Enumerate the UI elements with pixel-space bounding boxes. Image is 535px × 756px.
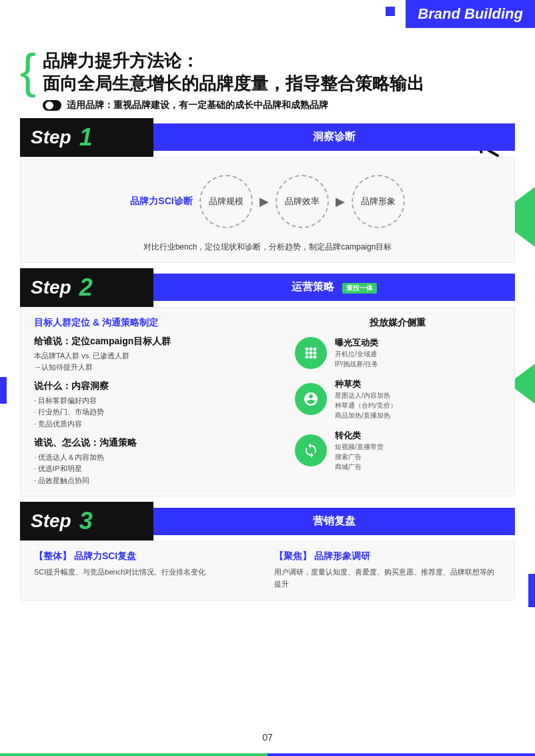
step3-col1-label1: 【整体】	[34, 550, 71, 561]
brand-tag: Brand Building	[406, 0, 535, 28]
step3-col2-title: 【聚焦】 品牌形象调研	[274, 550, 501, 562]
title-main: 品牌力提升方法论：	[43, 50, 424, 73]
step3-section: Step 3 营销复盘 【整体】 品牌力SCI复盘 SCI提升幅度、与竞品ben…	[20, 502, 515, 600]
sci-node-3: 品牌形象	[352, 175, 405, 228]
svg-point-2	[313, 347, 316, 350]
media-info-2: 转化类 短视频/直播带货 搜索广告 商城广告	[335, 430, 384, 472]
bottom-deco-line	[0, 753, 535, 756]
step2-sub-text-0: 本品牌TA人群 vs. 已渗透人群 →认知待提升人群	[34, 350, 282, 374]
step3-col1-desc: SCI提升幅度、与竞品bench对比情况、行业排名变化	[34, 566, 261, 579]
item-1-2: · 竞品优质内容	[34, 418, 282, 430]
subtitle-text: 适用品牌：重视品牌建设，有一定基础的成长中品牌和成熟品牌	[67, 99, 328, 111]
step3-content: 【整体】 品牌力SCI复盘 SCI提升幅度、与竞品bench对比情况、行业排名变…	[20, 540, 515, 600]
item-1-1: · 行业热门、市场趋势	[34, 406, 282, 418]
step3-inner: 【整体】 品牌力SCI复盘 SCI提升幅度、与竞品bench对比情况、行业排名变…	[34, 550, 501, 590]
media-row-0: 曝光互动类 开机位/全域通 IP/挑战赛/任务	[295, 337, 501, 369]
step1-title: 洞察诊断	[313, 131, 356, 142]
media-icon-0	[295, 337, 327, 369]
toggle-icon	[43, 100, 61, 111]
step1-desc: 对比行业bench，定位现状和诊断，分析趋势，制定品牌campaign目标	[143, 242, 392, 253]
step3-col1-title: 【整体】 品牌力SCI复盘	[34, 550, 261, 562]
step2-title-box: 运营策略 策投一体	[153, 274, 515, 301]
step2-inner: 目标人群定位 & 沟通策略制定 给谁说：定位campaign目标人群 本品牌TA…	[34, 317, 501, 487]
media-desc-1: 星图达人/内容加热 种草通（合约/竞价） 商品加热/直播加热	[335, 390, 397, 420]
media-icon-2	[295, 434, 327, 466]
step1-label-box: Step 1	[20, 118, 153, 157]
title-block: 品牌力提升方法论： 面向全局生意增长的品牌度量，指导整合策略输出 适用品牌：重视…	[43, 50, 424, 111]
sci-label: 品牌力SCI诊断	[130, 196, 192, 208]
sci-arrow-1: ▶	[259, 194, 269, 209]
item-2-0: · 优选达人＆内容加热	[34, 452, 282, 464]
step2-sub-text-1: · 目标客群偏好内容 · 行业热门、市场趋势 · 竞品优质内容	[34, 395, 282, 430]
sci-arrow-2: ▶	[336, 194, 345, 209]
item-1-0: · 目标客群偏好内容	[34, 395, 282, 407]
step3-title: 营销复盘	[313, 515, 356, 526]
step2-label-box: Step 2	[20, 268, 153, 307]
right-section-title: 投放媒介侧重	[295, 317, 501, 329]
media-row-2: 转化类 短视频/直播带货 搜索广告 商城广告	[295, 430, 501, 472]
sci-flow: 品牌力SCI诊断 品牌规模 ▶ 品牌效率 ▶ 品牌形象	[34, 175, 501, 228]
header-section: { 品牌力提升方法论： 面向全局生意增长的品牌度量，指导整合策略输出 适用品牌：…	[20, 50, 515, 111]
step1-title-box: 洞察诊断	[153, 123, 515, 151]
main-content: { 品牌力提升方法论： 面向全局生意增长的品牌度量，指导整合策略输出 适用品牌：…	[0, 0, 535, 756]
item-2-1: · 优选IP和明星	[34, 463, 282, 475]
svg-point-8	[313, 355, 316, 358]
title-sub: 面向全局生意增长的品牌度量，指导整合策略输出	[43, 73, 424, 95]
media-desc-2: 短视频/直播带货 搜索广告 商城广告	[335, 442, 384, 472]
step3-col-1: 【整体】 品牌力SCI复盘 SCI提升幅度、与竞品bench对比情况、行业排名变…	[34, 550, 261, 590]
step2-section: Step 2 运营策略 策投一体 目标人群定位 & 沟通策略制定 给谁说：定位c…	[20, 268, 515, 497]
step2-text: Step	[31, 277, 71, 298]
step2-tag: 策投一体	[342, 283, 377, 294]
item-2-2: · 品效星触点协同	[34, 475, 282, 487]
step2-sub-title-2: 谁说、怎么说：沟通策略	[34, 437, 282, 449]
media-info-1: 种草类 星图达人/内容加热 种草通（合约/竞价） 商品加热/直播加热	[335, 378, 397, 420]
brace-icon: {	[20, 47, 36, 95]
media-title-2: 转化类	[335, 430, 384, 442]
page: Brand Building ↖ { 品牌力提升方法论： 面向全局生意增长的品牌…	[0, 0, 535, 756]
svg-point-7	[309, 355, 312, 358]
item-0-1: →认知待提升人群	[34, 362, 282, 374]
media-desc-0: 开机位/全域通 IP/挑战赛/任务	[335, 349, 378, 369]
step3-col-2: 【聚焦】 品牌形象调研 用户调研，度量认知度、喜爱度、购买意愿、推荐度、品牌联想…	[274, 550, 501, 590]
subtitle-line: 适用品牌：重视品牌建设，有一定基础的成长中品牌和成熟品牌	[43, 99, 424, 111]
step2-left-title: 目标人群定位 & 沟通策略制定	[34, 317, 282, 329]
media-info-0: 曝光互动类 开机位/全域通 IP/挑战赛/任务	[335, 337, 378, 369]
media-icon-1	[295, 383, 327, 415]
step1-content: 品牌力SCI诊断 品牌规模 ▶ 品牌效率 ▶ 品牌形象 对比行业bench，定位…	[20, 157, 515, 263]
step3-bar: Step 3 营销复盘	[20, 502, 515, 540]
step2-title: 运营策略	[292, 281, 334, 292]
step1-num: 1	[79, 123, 93, 151]
svg-point-5	[313, 351, 316, 354]
step3-col2-label2: 品牌形象调研	[314, 550, 370, 561]
step3-title-box: 营销复盘	[153, 508, 515, 535]
step3-label-box: Step 3	[20, 502, 153, 540]
step1-bar: Step 1 洞察诊断	[20, 118, 515, 157]
svg-point-0	[305, 347, 308, 350]
svg-point-4	[309, 351, 312, 354]
media-row-1: 种草类 星图达人/内容加热 种草通（合约/竞价） 商品加热/直播加热	[295, 378, 501, 420]
step1-section: Step 1 洞察诊断 品牌力SCI诊断 品牌规模 ▶ 品牌效率	[20, 118, 515, 263]
page-number: 07	[262, 732, 273, 743]
step2-sub-title-1: 说什么：内容洞察	[34, 380, 282, 392]
step3-col1-label2: 品牌力SCI复盘	[74, 550, 136, 561]
step3-col2-label1: 【聚焦】	[274, 550, 312, 561]
step1-text: Step	[31, 127, 71, 148]
svg-point-3	[305, 351, 308, 354]
media-title-0: 曝光互动类	[335, 337, 378, 349]
step2-num: 2	[79, 274, 93, 302]
step2-bar: Step 2 运营策略 策投一体	[20, 268, 515, 307]
step3-text: Step	[31, 510, 71, 532]
step2-sub-text-2: · 优选达人＆内容加热 · 优选IP和明星 · 品效星触点协同	[34, 452, 282, 487]
svg-point-6	[305, 355, 308, 358]
step2-left: 目标人群定位 & 沟通策略制定 给谁说：定位campaign目标人群 本品牌TA…	[34, 317, 282, 487]
svg-point-1	[309, 347, 312, 350]
media-title-1: 种草类	[335, 378, 397, 390]
item-0-0: 本品牌TA人群 vs. 已渗透人群	[34, 350, 282, 362]
sci-node-2: 品牌效率	[276, 175, 329, 228]
sci-node-1: 品牌规模	[199, 175, 253, 228]
step3-col2-desc: 用户调研，度量认知度、喜爱度、购买意愿、推荐度、品牌联想等的提升	[274, 566, 501, 590]
step2-right: 投放媒介侧重 曝光互动类	[295, 317, 501, 487]
step3-num: 3	[79, 507, 93, 535]
step2-sub-title-0: 给谁说：定位campaign目标人群	[34, 336, 282, 348]
step2-content: 目标人群定位 & 沟通策略制定 给谁说：定位campaign目标人群 本品牌TA…	[20, 307, 515, 497]
